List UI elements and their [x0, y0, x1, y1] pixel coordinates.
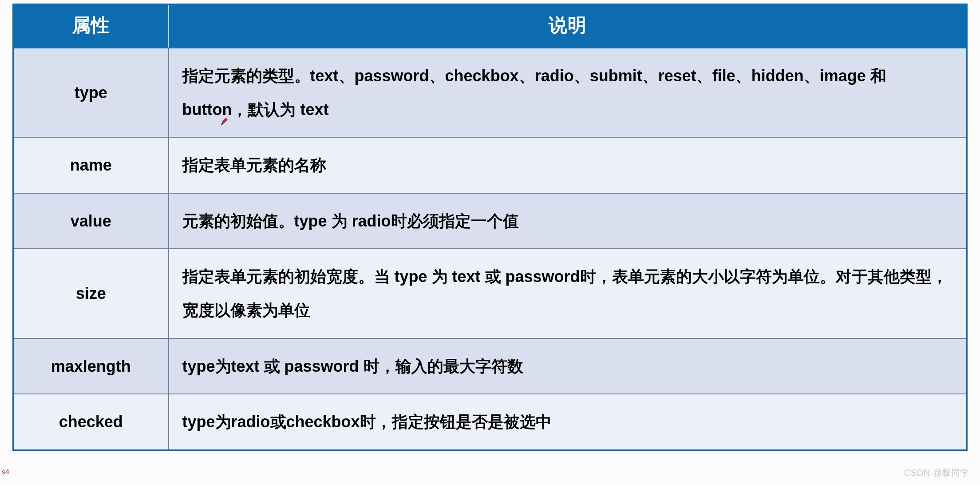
cell-attr: checked	[13, 394, 169, 450]
attributes-table: 属性 说明 type 指定元素的类型。text、password、checkbo…	[12, 4, 968, 451]
cell-desc: type为text 或 password 时，输入的最大字符数	[169, 338, 967, 394]
cell-attr: name	[13, 137, 169, 193]
cell-desc: type为radio或checkbox时，指定按钮是否是被选中	[169, 394, 967, 450]
watermark-text: CSDN @藜同学	[904, 467, 969, 479]
table-row: value 元素的初始值。type 为 radio时必须指定一个值	[13, 193, 967, 249]
cell-desc: 元素的初始值。type 为 radio时必须指定一个值	[169, 193, 967, 249]
table-header-row: 属性 说明	[13, 4, 967, 48]
cell-attr: size	[13, 249, 169, 338]
cell-desc: 指定表单元素的名称	[169, 137, 967, 193]
table-container: 属性 说明 type 指定元素的类型。text、password、checkbo…	[0, 0, 980, 460]
cell-attr: maxlength	[13, 338, 169, 394]
cell-attr: type	[13, 48, 169, 137]
table-row: checked type为radio或checkbox时，指定按钮是否是被选中	[13, 394, 967, 450]
cell-desc: 指定表单元素的初始宽度。当 type 为 text 或 password时，表单…	[169, 249, 967, 338]
header-attr: 属性	[13, 4, 169, 48]
corner-mark: s4	[2, 468, 9, 476]
cell-attr: value	[13, 193, 169, 249]
table-row: size 指定表单元素的初始宽度。当 type 为 text 或 passwor…	[13, 249, 967, 338]
table-row: maxlength type为text 或 password 时，输入的最大字符…	[13, 338, 967, 394]
header-desc: 说明	[169, 4, 967, 48]
table-row: type 指定元素的类型。text、password、checkbox、radi…	[13, 48, 967, 137]
cell-desc: 指定元素的类型。text、password、checkbox、radio、sub…	[169, 48, 967, 137]
table-row: name 指定表单元素的名称	[13, 137, 967, 193]
